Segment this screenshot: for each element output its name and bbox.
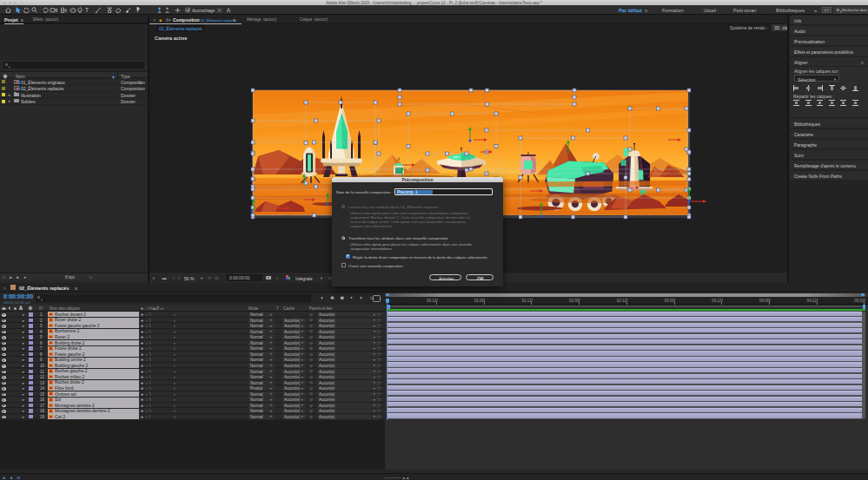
svg-text:T: T [85, 7, 89, 13]
svg-text:Accrochage: Accrochage [192, 8, 215, 13]
